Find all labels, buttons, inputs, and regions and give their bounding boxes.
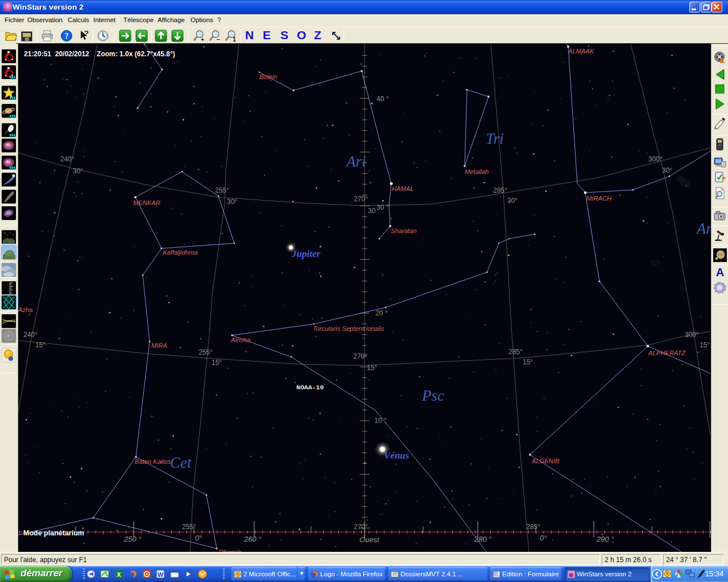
- svg-text:255°: 255°: [215, 186, 229, 194]
- svg-text:And: And: [696, 220, 711, 237]
- svg-text:0°: 0°: [195, 534, 202, 542]
- svg-text:MENKAR: MENKAR: [133, 199, 160, 206]
- svg-text:15°: 15°: [523, 358, 533, 366]
- svg-text:Baten Kaitos: Baten Kaitos: [135, 458, 171, 465]
- svg-text:30°: 30°: [73, 167, 83, 175]
- svg-text:MIRACH: MIRACH: [586, 195, 612, 202]
- svg-text:Azha: Azha: [18, 306, 33, 313]
- svg-text:30: 30: [368, 207, 376, 215]
- svg-text:X: X: [117, 571, 121, 578]
- svg-text:30 °: 30 °: [377, 203, 389, 211]
- svg-text:Sharatan: Sharatan: [391, 227, 416, 234]
- svg-text:?: ?: [65, 32, 69, 40]
- svg-text:255°: 255°: [182, 523, 196, 531]
- svg-text:Alrisha: Alrisha: [230, 336, 250, 343]
- svg-text:W: W: [158, 571, 164, 578]
- svg-text:255°: 255°: [198, 348, 213, 356]
- svg-text:270°: 270°: [354, 523, 368, 531]
- svg-text:MIRA: MIRA: [151, 342, 167, 349]
- svg-text:ALMAAK: ALMAAK: [568, 48, 594, 55]
- svg-text:1: 1: [233, 36, 236, 43]
- svg-text:Tri: Tri: [486, 130, 504, 147]
- svg-text:ALGENIB: ALGENIB: [531, 458, 560, 464]
- svg-text:Ari: Ari: [345, 153, 366, 170]
- svg-text:Kaffaljidhma: Kaffaljidhma: [163, 249, 198, 256]
- svg-text:280 °: 280 °: [474, 535, 492, 543]
- svg-text:+: +: [201, 36, 204, 43]
- svg-text:15°: 15°: [35, 341, 46, 349]
- svg-text:ALPHERATZ: ALPHERATZ: [648, 350, 686, 356]
- svg-text:300°: 300°: [685, 331, 699, 339]
- svg-text:300°: 300°: [648, 155, 663, 163]
- svg-text:Jupiter: Jupiter: [291, 248, 320, 259]
- svg-text:20 °: 20 °: [375, 309, 388, 317]
- svg-text:?: ?: [84, 29, 89, 38]
- svg-text:15°: 15°: [212, 359, 222, 367]
- svg-text:10 °: 10 °: [374, 417, 387, 425]
- svg-text:Psc: Psc: [421, 387, 444, 404]
- svg-text:250 °: 250 °: [123, 535, 142, 543]
- svg-text:285°: 285°: [508, 348, 523, 356]
- svg-text:15°: 15°: [367, 364, 377, 372]
- svg-text:240°: 240°: [23, 331, 38, 339]
- svg-text:Metallah: Metallah: [465, 168, 489, 175]
- svg-text:260 °: 260 °: [243, 535, 262, 543]
- svg-text:290 °: 290 °: [596, 535, 614, 543]
- svg-text:15°: 15°: [700, 341, 710, 349]
- svg-text:21:20:51 20/02/2012 Zoom:: 21:20:51 20/02/2012 Zoom: 1.0x (62.7°x45…: [24, 50, 175, 58]
- svg-text:Botein: Botein: [259, 73, 278, 80]
- svg-text:NOAA-10: NOAA-10: [296, 384, 324, 391]
- svg-text:30°: 30°: [507, 197, 518, 205]
- svg-text:285°: 285°: [526, 523, 540, 531]
- svg-text:270°: 270°: [353, 352, 367, 360]
- svg-text:240°: 240°: [60, 155, 75, 163]
- svg-text:−: −: [217, 36, 220, 43]
- svg-text:30°: 30°: [662, 167, 672, 174]
- svg-text:30°: 30°: [227, 198, 237, 206]
- svg-text:285°: 285°: [493, 186, 507, 194]
- svg-text:Mode planétarium: Mode planétarium: [23, 529, 84, 537]
- svg-text:0°: 0°: [540, 534, 547, 542]
- svg-text:270°: 270°: [354, 195, 368, 203]
- svg-text:Ouest: Ouest: [359, 535, 380, 544]
- svg-text:A: A: [716, 266, 724, 278]
- svg-text:Vénus: Vénus: [384, 450, 410, 461]
- svg-text:40 °: 40 °: [377, 95, 389, 103]
- svg-text:Cet: Cet: [170, 454, 192, 471]
- svg-text:HAMAL: HAMAL: [392, 185, 414, 192]
- svg-text:Torcularis Septentrionalis: Torcularis Septentrionalis: [313, 325, 384, 332]
